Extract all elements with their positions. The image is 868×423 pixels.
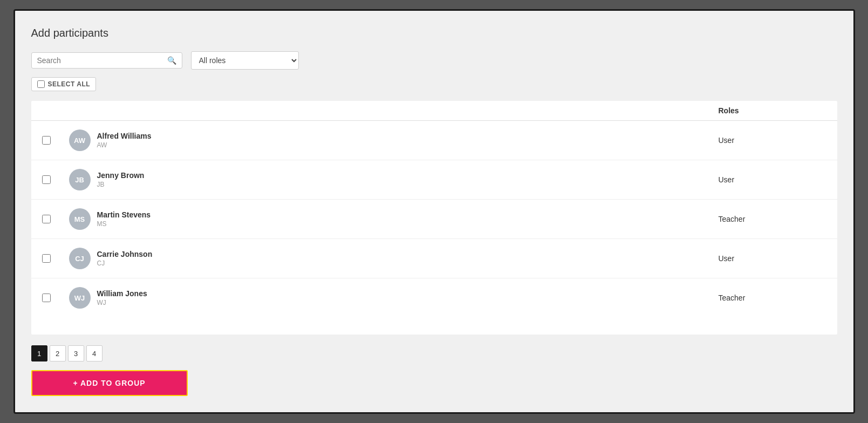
search-icon: 🔍 xyxy=(167,56,176,65)
user-name-1: Alfred Williams xyxy=(97,132,152,140)
page-button-2[interactable]: 2 xyxy=(50,345,66,361)
add-participants-modal: Add participants 🔍 All roles User Teache… xyxy=(13,9,855,414)
page-button-1[interactable]: 1 xyxy=(31,345,47,361)
row-checkbox-2[interactable] xyxy=(42,175,51,184)
table-row: AW Alfred Williams AW User xyxy=(31,121,837,160)
search-input[interactable] xyxy=(37,56,163,65)
user-name-3: Martin Stevens xyxy=(97,210,151,219)
select-all-button[interactable]: SELECT ALL xyxy=(31,77,97,91)
select-all-checkbox[interactable] xyxy=(37,80,45,88)
table-row: JB Jenny Brown JB User xyxy=(31,160,837,200)
modal-title: Add participants xyxy=(31,27,837,39)
user-code-3: MS xyxy=(97,220,151,228)
avatar-1: AW xyxy=(69,129,91,151)
avatar-3: MS xyxy=(69,208,91,230)
table-row: WJ William Jones WJ Teacher xyxy=(31,278,837,317)
roles-dropdown[interactable]: All roles User Teacher Admin xyxy=(191,51,299,70)
user-code-5: WJ xyxy=(97,299,147,306)
roles-column-header: Roles xyxy=(719,106,826,115)
controls-row: 🔍 All roles User Teacher Admin xyxy=(31,51,837,70)
user-code-2: JB xyxy=(97,181,145,188)
user-name-5: William Jones xyxy=(97,289,147,298)
table-row: CJ Carrie Johnson CJ User xyxy=(31,239,837,278)
user-role-4: User xyxy=(719,254,826,263)
avatar-5: WJ xyxy=(69,287,91,309)
avatar-2: JB xyxy=(69,169,91,190)
row-checkbox-1[interactable] xyxy=(42,136,51,145)
row-checkbox-5[interactable] xyxy=(42,294,51,302)
add-to-group-button[interactable]: + ADD TO GROUP xyxy=(31,370,188,396)
avatar-4: CJ xyxy=(69,248,91,269)
search-box: 🔍 xyxy=(31,52,182,69)
table-header: Roles xyxy=(31,101,837,121)
pagination: 1 2 3 4 xyxy=(31,345,837,361)
row-checkbox-4[interactable] xyxy=(42,254,51,263)
user-name-4: Carrie Johnson xyxy=(97,250,153,258)
user-role-5: Teacher xyxy=(719,294,826,302)
select-all-label: SELECT ALL xyxy=(48,80,91,88)
page-button-3[interactable]: 3 xyxy=(68,345,84,361)
user-name-2: Jenny Brown xyxy=(97,171,145,180)
user-role-2: User xyxy=(719,175,826,184)
user-role-1: User xyxy=(719,136,826,145)
table-row: MS Martin Stevens MS Teacher xyxy=(31,200,837,239)
user-role-3: Teacher xyxy=(719,215,826,223)
participants-table: Roles AW Alfred Williams AW User JB xyxy=(31,101,837,335)
row-checkbox-3[interactable] xyxy=(42,215,51,223)
page-button-4[interactable]: 4 xyxy=(86,345,102,361)
user-code-4: CJ xyxy=(97,260,153,267)
user-code-1: AW xyxy=(97,141,152,149)
